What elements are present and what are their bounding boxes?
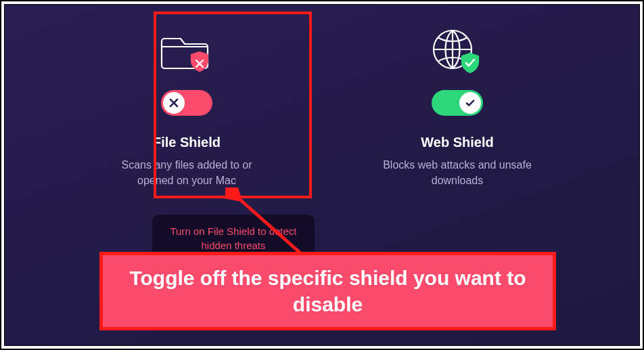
shields-row: File Shield Scans any files added to or … <box>5 5 639 188</box>
check-icon <box>465 97 476 108</box>
globe-shield-icon <box>431 25 484 79</box>
web-shield-title: Web Shield <box>421 135 493 150</box>
folder-shield-icon <box>160 25 213 79</box>
screenshot-frame: File Shield Scans any files added to or … <box>0 0 644 350</box>
file-shield-card: File Shield Scans any files added to or … <box>106 25 268 188</box>
file-shield-toggle[interactable] <box>161 90 212 116</box>
file-shield-title: File Shield <box>153 135 221 150</box>
x-icon <box>168 97 179 108</box>
web-shield-card: Web Shield Blocks web attacks and unsafe… <box>376 25 538 188</box>
file-shield-desc: Scans any files added to or opened on yo… <box>109 157 264 188</box>
annotation-callout: Toggle off the specific shield you want … <box>99 252 556 330</box>
toggle-knob <box>163 92 185 114</box>
app-panel: File Shield Scans any files added to or … <box>4 4 640 346</box>
web-shield-desc: Blocks web attacks and unsafe downloads <box>380 157 535 188</box>
web-shield-toggle[interactable] <box>432 90 483 116</box>
toggle-knob <box>459 92 481 114</box>
